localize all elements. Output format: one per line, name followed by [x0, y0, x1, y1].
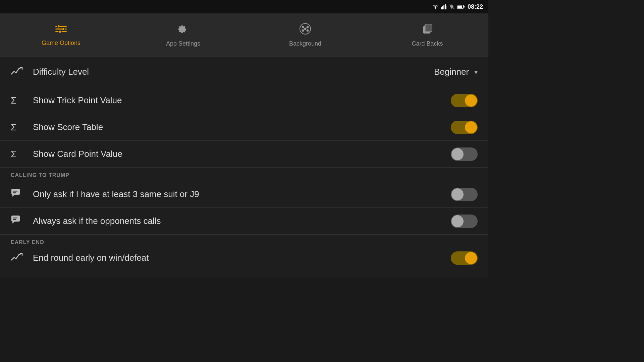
- tab-game-options-label: Game Options: [42, 40, 80, 47]
- show-score-toggle-knob: [465, 121, 477, 133]
- difficulty-label: Difficulty Level: [28, 67, 434, 77]
- end-round-icon: [11, 251, 28, 264]
- svg-rect-2: [443, 5, 444, 9]
- show-trick-icon: Σ: [11, 95, 28, 106]
- tab-app-settings[interactable]: App Settings: [122, 13, 244, 57]
- svg-rect-1: [442, 6, 443, 9]
- end-round-label: End round early on win/defeat: [28, 253, 451, 263]
- background-icon: [299, 23, 311, 38]
- only-ask-toggle[interactable]: [451, 188, 478, 201]
- data-icon: [449, 4, 455, 9]
- card-backs-icon: [421, 23, 433, 38]
- svg-rect-12: [55, 28, 67, 29]
- difficulty-value[interactable]: Beginner ▾: [434, 67, 478, 77]
- show-card-toggle[interactable]: [451, 147, 478, 161]
- svg-point-14: [57, 25, 60, 28]
- difficulty-icon: [11, 65, 28, 78]
- svg-point-16: [59, 31, 61, 33]
- always-ask-toggle[interactable]: [451, 215, 478, 228]
- show-card-toggle-knob: [451, 148, 464, 160]
- signal-icon: [441, 4, 447, 9]
- battery-icon: [457, 4, 465, 9]
- svg-rect-32: [13, 218, 17, 219]
- tab-game-options[interactable]: Game Options: [0, 13, 122, 57]
- svg-rect-29: [13, 192, 16, 193]
- always-ask-row: Always ask if the opponents calls: [0, 208, 488, 235]
- calling-to-trump-header: CALLING TO TRUMP: [0, 168, 488, 181]
- show-score-table-row: Σ Show Score Table: [0, 114, 488, 141]
- show-trick-toggle-knob: [465, 95, 477, 107]
- svg-rect-4: [446, 6, 447, 9]
- svg-rect-33: [13, 219, 16, 220]
- tab-background-label: Background: [289, 40, 321, 47]
- tab-card-backs[interactable]: Card Backs: [366, 13, 488, 57]
- show-score-toggle[interactable]: [451, 121, 478, 134]
- tab-app-settings-label: App Settings: [166, 40, 200, 47]
- svg-rect-30: [11, 216, 20, 222]
- svg-marker-31: [12, 222, 15, 224]
- svg-point-18: [302, 26, 304, 28]
- status-bar: 08:22: [0, 0, 488, 13]
- always-ask-label: Always ask if the opponents calls: [28, 216, 451, 226]
- svg-point-21: [307, 29, 309, 32]
- svg-rect-3: [445, 4, 446, 9]
- show-score-icon: Σ: [11, 122, 28, 133]
- svg-point-20: [302, 29, 304, 32]
- svg-rect-0: [441, 7, 442, 9]
- svg-point-19: [307, 26, 309, 28]
- difficulty-row: Difficulty Level Beginner ▾: [0, 57, 488, 87]
- show-card-label: Show Card Point Value: [28, 149, 451, 159]
- show-trick-toggle[interactable]: [451, 94, 478, 107]
- status-icons: [432, 4, 465, 9]
- only-ask-toggle-knob: [451, 188, 464, 200]
- show-trick-label: Show Trick Point Value: [28, 95, 451, 106]
- svg-rect-28: [13, 191, 17, 192]
- wifi-icon: [432, 4, 439, 9]
- only-ask-row: Only ask if I have at least 3 same suit …: [0, 181, 488, 208]
- only-ask-icon: [11, 188, 28, 201]
- status-time: 08:22: [468, 3, 483, 10]
- always-ask-icon: [11, 215, 28, 228]
- content-area: Difficulty Level Beginner ▾ Σ Show Trick…: [0, 57, 488, 278]
- svg-rect-10: [457, 6, 462, 8]
- show-score-label: Show Score Table: [28, 122, 451, 132]
- svg-rect-11: [55, 26, 67, 27]
- tab-card-backs-label: Card Backs: [412, 40, 443, 47]
- early-end-header: EARLY END: [0, 235, 488, 248]
- difficulty-dropdown-arrow: ▾: [474, 68, 478, 76]
- game-options-icon: [55, 23, 67, 37]
- show-card-point-row: Σ Show Card Point Value: [0, 141, 488, 168]
- svg-point-22: [304, 28, 307, 30]
- only-ask-label: Only ask if I have at least 3 same suit …: [28, 189, 451, 199]
- end-round-toggle-knob: [465, 252, 477, 264]
- always-ask-toggle-knob: [451, 215, 464, 227]
- show-card-icon: Σ: [11, 149, 28, 160]
- end-round-toggle[interactable]: [451, 251, 478, 265]
- end-round-row: End round early on win/defeat: [0, 248, 488, 268]
- tab-bar: Game Options App Settings Background: [0, 13, 488, 57]
- svg-rect-26: [11, 189, 20, 195]
- app-settings-icon: [177, 23, 189, 38]
- svg-rect-25: [425, 24, 432, 32]
- tab-background[interactable]: Background: [244, 13, 366, 57]
- svg-point-15: [62, 28, 65, 31]
- svg-rect-9: [464, 6, 465, 8]
- show-trick-point-row: Σ Show Trick Point Value: [0, 87, 488, 114]
- svg-marker-27: [12, 195, 15, 197]
